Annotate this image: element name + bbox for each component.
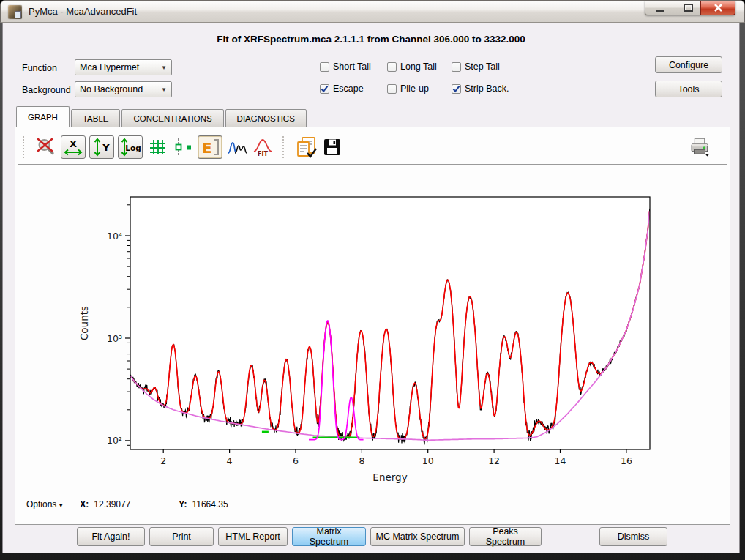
tab-concentrations[interactable]: CONCENTRATIONS — [121, 109, 223, 127]
dismiss-button[interactable]: Dismiss — [599, 527, 667, 546]
fit-header-title: Fit of XRFSpectrum.mca 2.1.1.1 from Chan… — [3, 34, 739, 45]
tab-bar: GRAPHTABLECONCENTRATIONSDIAGNOSTICS — [16, 106, 308, 127]
y-tick-label: 10² — [107, 435, 122, 446]
toolbar-divider — [18, 164, 727, 165]
tools-button[interactable]: Tools — [655, 81, 722, 97]
close-icon — [714, 4, 723, 12]
fit-option-checkboxes: Short TailLong TailStep TailEscapePile-u… — [320, 56, 509, 100]
minimize-icon — [656, 10, 664, 12]
tab-graph[interactable]: GRAPH — [16, 106, 70, 127]
checkbox-label: Short Tail — [333, 61, 371, 72]
chevron-down-icon: ▼ — [58, 502, 64, 509]
checkbox-step-tail[interactable]: Step Tail — [452, 61, 509, 72]
application-window: PyMca - McaAdvancedFit Fit of XRFSpectru… — [0, 0, 745, 560]
svg-text:E: E — [202, 139, 212, 157]
x-tick-label: 4 — [227, 455, 233, 466]
zoom-reset-icon[interactable] — [35, 135, 57, 159]
grid-toggle-icon[interactable] — [146, 135, 168, 159]
minimize-button[interactable] — [645, 1, 675, 15]
background-select[interactable]: No Background ▼ — [75, 81, 172, 97]
function-select[interactable]: Mca Hypermet ▼ — [75, 59, 172, 75]
checkbox-label: Pile-up — [400, 83, 429, 94]
checkbox-label: Escape — [333, 83, 364, 94]
tab-table[interactable]: TABLE — [71, 109, 121, 127]
html-report-button[interactable]: HTML Report — [218, 527, 288, 546]
chevron-down-icon: ▼ — [161, 64, 167, 71]
checkbox-short-tail[interactable]: Short Tail — [320, 61, 387, 72]
options-menu-button[interactable]: Options ▼ — [26, 499, 64, 509]
checkbox-long-tail[interactable]: Long Tail — [387, 61, 452, 72]
pymca-app-icon — [8, 5, 22, 19]
x-tick-label: 14 — [555, 455, 566, 466]
svg-text:Y: Y — [102, 142, 110, 153]
cursor-x-value: 12.39077 — [94, 499, 130, 509]
y-tick-label: 10⁴ — [107, 231, 122, 242]
cursor-y-label: Y: — [179, 499, 187, 509]
svg-text:FIT: FIT — [258, 151, 268, 157]
unchecked-checkbox-icon[interactable] — [452, 62, 461, 72]
fit-again-button[interactable]: Fit Again! — [77, 527, 145, 546]
plot-background[interactable] — [130, 197, 650, 449]
graph-tab-panel: XYLogEFIT 24681012141610²10³10⁴EnergyCou… — [15, 127, 730, 525]
print-button[interactable]: Print — [149, 527, 214, 546]
cursor-status-row: Options ▼ X: 12.39077 Y: 11664.35 — [26, 499, 228, 509]
close-button[interactable] — [700, 1, 735, 15]
mca-advanced-fit-dialog: Fit of XRFSpectrum.mca 2.1.1.1 from Chan… — [2, 23, 740, 553]
energy-axis-button[interactable]: E — [198, 135, 222, 159]
peaks-spectrum-button[interactable]: Peaks Spectrum — [469, 527, 542, 546]
x-axis-label: Energy — [372, 471, 407, 483]
markers-toggle-icon[interactable] — [172, 135, 194, 159]
y-autoscale-button[interactable]: Y — [89, 135, 114, 159]
checkbox-label: Long Tail — [400, 61, 437, 72]
restore-button[interactable] — [675, 1, 700, 15]
matrix-spectrum-button[interactable]: Matrix Spectrum — [292, 527, 366, 546]
cursor-y-value: 11664.35 — [192, 499, 228, 509]
window-title: PyMca - McaAdvancedFit — [29, 6, 137, 17]
print-icon[interactable] — [689, 135, 711, 159]
configure-button[interactable]: Configure — [655, 56, 722, 73]
svg-text:X: X — [70, 138, 77, 149]
unchecked-checkbox-icon[interactable] — [320, 62, 329, 72]
unchecked-checkbox-icon[interactable] — [387, 62, 397, 72]
checkbox-label: Step Tail — [465, 61, 500, 72]
x-tick-label: 8 — [359, 455, 364, 466]
x-autoscale-button[interactable]: X — [61, 135, 86, 159]
y-axis-label: Counts — [78, 306, 90, 340]
checkbox-strip-back[interactable]: Strip Back. — [452, 83, 509, 94]
x-tick-label: 16 — [621, 455, 632, 466]
checked-checkbox-icon[interactable] — [452, 84, 461, 94]
window-controls — [645, 1, 735, 15]
checkbox-escape[interactable]: Escape — [320, 83, 387, 94]
fit-peaks-icon[interactable] — [226, 135, 248, 159]
plot-toolbar: XYLogEFIT — [21, 132, 724, 163]
copy-report-icon[interactable] — [296, 135, 318, 159]
checkbox-pile-up[interactable]: Pile-up — [387, 83, 452, 94]
tab-diagnostics[interactable]: DIAGNOSTICS — [225, 109, 307, 127]
function-label: Function — [22, 63, 57, 73]
y-tick-label: 10³ — [107, 333, 122, 344]
x-tick-label: 12 — [488, 455, 500, 466]
cursor-x-label: X: — [80, 499, 89, 509]
chevron-down-icon: ▼ — [161, 86, 167, 93]
spectrum-chart[interactable]: 24681012141610²10³10⁴EnergyCounts — [18, 165, 729, 504]
toolbar-separator — [282, 136, 287, 158]
background-label: Background — [22, 85, 71, 95]
save-icon[interactable] — [321, 135, 343, 159]
log-scale-button[interactable]: Log — [118, 135, 143, 159]
unchecked-checkbox-icon[interactable] — [387, 84, 397, 94]
background-value: No Background — [80, 84, 143, 94]
svg-text:Log: Log — [125, 143, 141, 152]
action-button-row: Fit Again!PrintHTML ReportMatrix Spectru… — [3, 526, 739, 548]
restore-icon — [684, 4, 693, 12]
toolbar-drag-handle[interactable] — [23, 136, 27, 158]
checked-checkbox-icon[interactable] — [320, 84, 329, 94]
title-bar[interactable]: PyMca - McaAdvancedFit — [0, 0, 745, 23]
fit-again-icon[interactable]: FIT — [252, 135, 274, 159]
mc-matrix-spectrum-button[interactable]: MC Matrix Spectrum — [370, 527, 465, 546]
x-tick-label: 10 — [422, 455, 434, 466]
checkbox-label: Strip Back. — [465, 83, 509, 94]
function-value: Mca Hypermet — [80, 62, 139, 72]
x-tick-label: 6 — [293, 455, 299, 466]
x-tick-label: 2 — [160, 455, 166, 466]
options-label: Options — [26, 499, 56, 509]
